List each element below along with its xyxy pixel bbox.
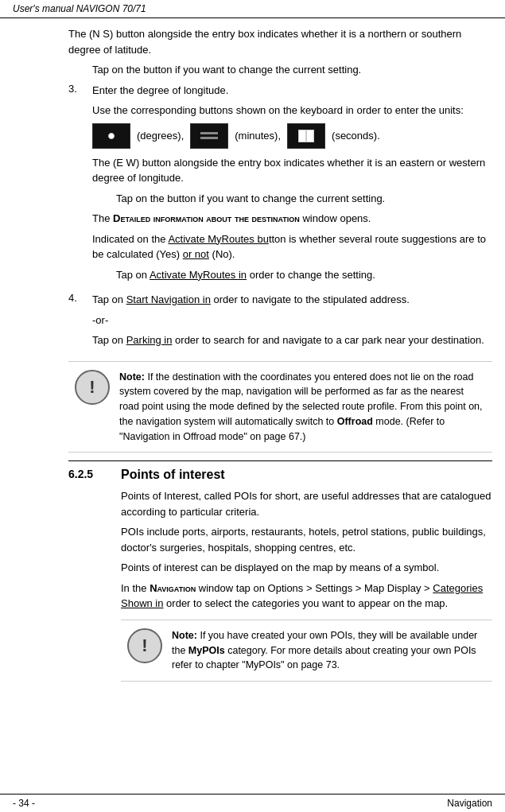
item-4: 4. Tap on Start Navigation in order to n… bbox=[68, 292, 492, 353]
lines-icon bbox=[200, 132, 218, 139]
item-3: 3. Enter the degree of longitude. Use th… bbox=[68, 83, 492, 288]
footer-left: - 34 - bbox=[13, 798, 35, 809]
note-box-1: ! Note: If the destination with the coor… bbox=[68, 361, 492, 453]
minutes-label: (minutes), bbox=[235, 130, 281, 142]
note-icon-1: ! bbox=[75, 370, 110, 405]
section-number: 6.2.5 bbox=[68, 468, 108, 482]
section-para1: Points of Interest, called POIs for shor… bbox=[121, 488, 492, 519]
intro-paragraph: The (N S) button alongside the entry box… bbox=[68, 26, 492, 57]
page-header: User's manual NAVIGON 70/71 bbox=[0, 0, 505, 18]
detailed-text: The Detailed information about the desti… bbox=[92, 211, 492, 227]
navigation-smallcaps: Navigation bbox=[150, 582, 196, 594]
line1 bbox=[200, 132, 218, 134]
note1-offroad: Offroad bbox=[337, 416, 373, 427]
section-body: Points of Interest, called POIs for shor… bbox=[121, 488, 492, 682]
item-4-body: Tap on Start Navigation in order to navi… bbox=[92, 292, 492, 353]
degrees-icon bbox=[92, 123, 130, 149]
or-text: -or- bbox=[92, 313, 492, 328]
tap-change-indent: Tap on the button if you want to change … bbox=[92, 62, 492, 78]
page-footer: - 34 - Navigation bbox=[0, 794, 505, 812]
note-content-1: Note: If the destination with the coordi… bbox=[119, 370, 486, 445]
activate-myroutes-link: Activate MyRoutes bu bbox=[168, 233, 268, 245]
footer-right: Navigation bbox=[447, 798, 492, 809]
section-title: Points of interest bbox=[121, 468, 225, 482]
parking-link: Parking in bbox=[126, 334, 173, 346]
section-para3: Points of interest can be displayed on t… bbox=[121, 560, 492, 576]
page-content: The (N S) button alongside the entry box… bbox=[0, 18, 505, 721]
note-icon-2: ! bbox=[127, 628, 162, 663]
item-4-text: Tap on Start Navigation in order to navi… bbox=[92, 292, 492, 308]
section-para4: In the Navigation window tap on Options … bbox=[121, 581, 492, 612]
tap-change-text: Tap on the button if you want to change … bbox=[92, 62, 492, 78]
parking-text: Tap on Parking in order to search for an… bbox=[92, 332, 492, 348]
or-not-link: or not bbox=[183, 248, 209, 260]
bar-icon bbox=[298, 130, 306, 142]
item-3-sub: Use the corresponding buttons shown on t… bbox=[92, 103, 492, 118]
minutes-icon bbox=[190, 123, 228, 149]
start-navigation-link: Start Navigation in bbox=[126, 293, 211, 305]
ew-text: The (E W) button alongside the entry box… bbox=[92, 155, 492, 186]
dot-icon bbox=[108, 133, 115, 139]
tap-change2-text: Tap on the button if you want to change … bbox=[116, 191, 492, 207]
note-content-2: Note: If you have created your own POIs,… bbox=[172, 628, 486, 673]
tap-activate-text: Tap on Activate MyRoutes in order to cha… bbox=[116, 267, 492, 283]
header-text: User's manual NAVIGON 70/71 bbox=[13, 3, 146, 14]
item-3-body: Enter the degree of longitude. Use the c… bbox=[92, 83, 492, 288]
tap-activate-indent: Tap on Activate MyRoutes in order to cha… bbox=[116, 267, 492, 283]
section-header: 6.2.5 Points of interest bbox=[68, 460, 492, 482]
tap-change2-indent: Tap on the button if you want to change … bbox=[116, 191, 492, 207]
seconds-icon bbox=[287, 123, 325, 149]
detailed-smallcaps: Detailed information about the destinati… bbox=[113, 212, 300, 224]
activate-myroutes-in-link: Activate MyRoutes in bbox=[150, 269, 247, 281]
units-icons-row: (degrees), (minutes), (seconds bbox=[92, 123, 492, 149]
seconds-label: (seconds). bbox=[332, 130, 380, 142]
item-4-number: 4. bbox=[68, 292, 92, 353]
note-box-2: ! Note: If you have created your own POI… bbox=[121, 620, 492, 682]
line2 bbox=[200, 137, 218, 139]
note2-mypois: MyPOIs bbox=[188, 645, 225, 656]
note1-bold: Note: bbox=[119, 371, 145, 383]
item-3-text: Enter the degree of longitude. bbox=[92, 83, 492, 99]
main-body: The (N S) button alongside the entry box… bbox=[68, 26, 492, 682]
note2-bold: Note: bbox=[172, 630, 197, 641]
degrees-label: (degrees), bbox=[137, 130, 184, 142]
activate-text: Indicated on the Activate MyRoutes butto… bbox=[92, 231, 492, 262]
item-3-number: 3. bbox=[68, 83, 92, 288]
bar-icon2 bbox=[306, 130, 314, 142]
section-para2: POIs include ports, airports, restaurant… bbox=[121, 524, 492, 555]
